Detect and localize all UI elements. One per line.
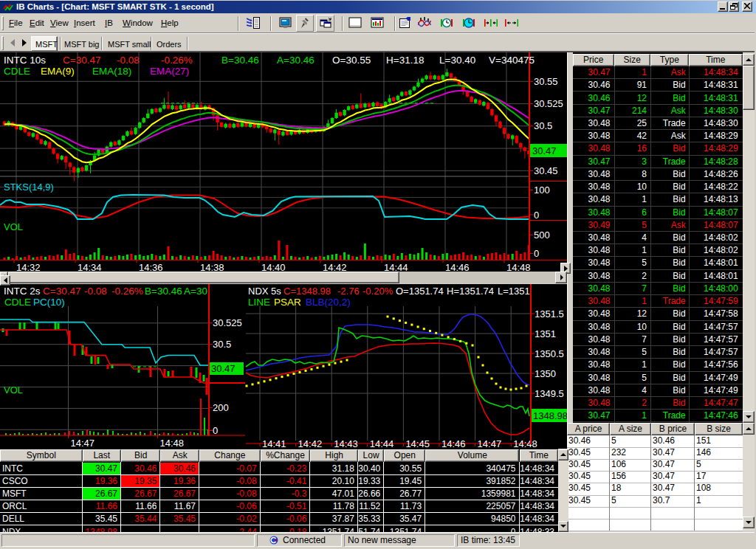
svg-text:PC(10): PC(10)	[33, 297, 65, 308]
svg-text:C=30.47: C=30.47	[63, 55, 100, 66]
svg-text:14:44: 14:44	[370, 438, 394, 449]
svg-text:200: 200	[213, 402, 229, 413]
svg-text:30.5: 30.5	[213, 339, 231, 350]
svg-text:14:48: 14:48	[506, 262, 531, 272]
svg-text:14:36: 14:36	[139, 262, 163, 272]
svg-text:14:45: 14:45	[405, 438, 430, 449]
svg-text:0: 0	[534, 248, 539, 259]
svg-text:-0.08: -0.08	[84, 286, 107, 297]
svg-text:O=30.55: O=30.55	[332, 55, 371, 66]
svg-text:14:34: 14:34	[78, 262, 102, 272]
svg-text:H=31.18: H=31.18	[386, 55, 424, 66]
svg-text:14:48: 14:48	[513, 438, 537, 449]
svg-text:-0.20%: -0.20%	[362, 286, 394, 297]
svg-text:1351: 1351	[535, 328, 556, 339]
svg-text:14:47: 14:47	[71, 438, 95, 449]
svg-text:14:42: 14:42	[323, 262, 347, 272]
svg-text:-0.08: -0.08	[117, 55, 140, 66]
svg-text:1350: 1350	[535, 368, 556, 379]
svg-text:VOL: VOL	[4, 384, 23, 396]
svg-text:C=30.47: C=30.47	[43, 286, 80, 297]
svg-text:14:43: 14:43	[334, 438, 358, 449]
svg-text:EMA(18): EMA(18)	[92, 66, 131, 77]
svg-text:STKS(14,9): STKS(14,9)	[4, 182, 54, 193]
svg-text:0: 0	[534, 210, 539, 221]
svg-text:-0.26%: -0.26%	[111, 286, 143, 297]
svg-text:30.525: 30.525	[213, 317, 242, 328]
svg-text:INTC 10s: INTC 10s	[4, 55, 46, 66]
svg-text:EMA(27): EMA(27)	[150, 66, 189, 77]
svg-text:1349.5: 1349.5	[535, 388, 564, 399]
svg-text:14:41: 14:41	[262, 438, 286, 449]
svg-text:B=30.46: B=30.46	[145, 286, 182, 297]
svg-text:BLB(20,2): BLB(20,2)	[306, 297, 351, 308]
svg-text:L=30.40: L=30.40	[439, 55, 475, 66]
svg-text:30.47: 30.47	[211, 363, 236, 374]
svg-text:INTC 2s: INTC 2s	[4, 286, 41, 297]
svg-text:NDX 5s: NDX 5s	[248, 286, 281, 297]
svg-text:14:46: 14:46	[445, 262, 470, 272]
svg-text:PSAR: PSAR	[274, 297, 301, 308]
svg-text:V=340475: V=340475	[489, 55, 535, 66]
svg-text:14:46: 14:46	[441, 438, 466, 449]
svg-text:14:48: 14:48	[160, 438, 185, 449]
svg-text:VOL: VOL	[4, 221, 23, 232]
svg-text:14:42: 14:42	[298, 438, 323, 449]
svg-text:CDLE: CDLE	[4, 297, 31, 308]
svg-text:-0.26%: -0.26%	[161, 55, 193, 66]
svg-text:B=30.46: B=30.46	[221, 55, 259, 66]
svg-text:A=30.46: A=30.46	[277, 55, 315, 66]
svg-text:100: 100	[534, 184, 550, 196]
svg-text:14:38: 14:38	[200, 262, 224, 272]
svg-text:C=1348.98: C=1348.98	[284, 286, 331, 297]
svg-text:EMA(9): EMA(9)	[41, 66, 75, 77]
svg-text:LINE: LINE	[248, 297, 270, 308]
svg-text:30.5: 30.5	[534, 120, 552, 131]
svg-text:H=1351.74: H=1351.74	[447, 286, 494, 297]
svg-text:30.55: 30.55	[534, 76, 558, 87]
svg-text:0: 0	[213, 425, 218, 436]
svg-text:30.47: 30.47	[532, 145, 557, 156]
svg-text:O=1351.74: O=1351.74	[396, 286, 444, 297]
svg-text:500: 500	[534, 229, 550, 241]
svg-text:30.525: 30.525	[534, 98, 563, 109]
svg-text:1348.98: 1348.98	[533, 410, 567, 421]
svg-text:-2.76: -2.76	[337, 286, 360, 297]
svg-text:1351.5: 1351.5	[535, 308, 564, 320]
svg-text:14:32: 14:32	[16, 262, 41, 272]
svg-text:CDLE: CDLE	[4, 66, 30, 77]
svg-text:14:40: 14:40	[261, 262, 286, 272]
svg-text:14:47: 14:47	[478, 438, 502, 449]
svg-text:1350.5: 1350.5	[535, 348, 564, 359]
svg-text:14:44: 14:44	[384, 262, 408, 272]
svg-text:30.45: 30.45	[534, 165, 558, 176]
